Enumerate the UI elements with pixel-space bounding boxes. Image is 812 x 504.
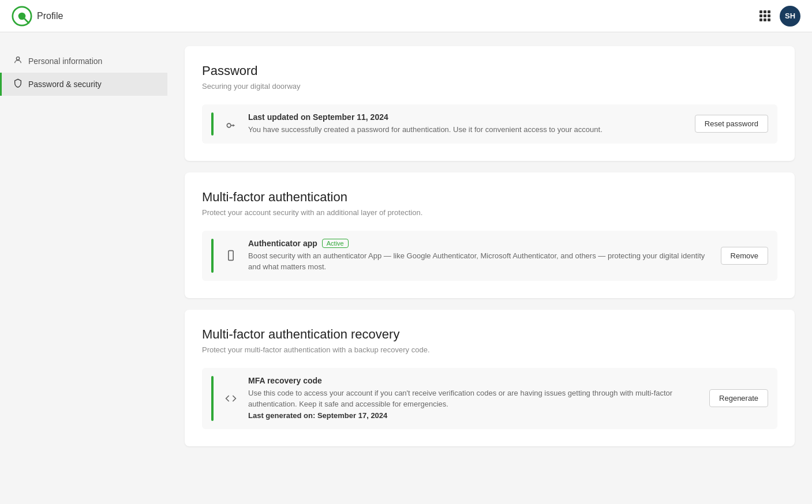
reset-password-button[interactable]: Reset password (695, 115, 768, 133)
password-info-row: Last updated on September 11, 2024 You h… (202, 104, 777, 144)
person-icon (13, 55, 23, 67)
mfa-recovery-card-title: Multi-factor authentication recovery (202, 327, 777, 342)
sidebar: Personal information Password & security (0, 32, 167, 504)
mfa-recovery-last-generated: Last generated on: September 17, 2024 (248, 411, 387, 420)
remove-mfa-button[interactable]: Remove (721, 247, 768, 265)
header-right: SH (759, 6, 800, 27)
password-row-content: Last updated on September 11, 2024 You h… (248, 112, 687, 136)
qlik-logo-icon (12, 6, 32, 27)
sidebar-item-label-personal: Personal information (28, 57, 102, 66)
mfa-recovery-card: Multi-factor authentication recovery Pro… (185, 310, 795, 447)
mfa-recovery-card-subtitle: Protect your multi-factor authentication… (202, 345, 777, 354)
code-icon (222, 389, 240, 408)
mfa-row-accent (211, 239, 214, 273)
regenerate-button[interactable]: Regenerate (709, 389, 768, 407)
mfa-recovery-row-accent (211, 376, 214, 422)
mfa-description: Boost security with an authenticator App… (248, 250, 713, 273)
mfa-recovery-code-title: MFA recovery code (248, 376, 701, 385)
password-last-updated: Last updated on September 11, 2024 (248, 112, 687, 122)
header-left: Profile (12, 6, 63, 27)
sidebar-item-password-security[interactable]: Password & security (0, 73, 167, 96)
mfa-authenticator-title: Authenticator app Active (248, 239, 713, 248)
mfa-info-row: Authenticator app Active Boost security … (202, 231, 777, 281)
layout: Personal information Password & security… (0, 32, 812, 504)
password-card: Password Securing your digital doorway L… (185, 46, 795, 161)
mfa-recovery-description: Use this code to access your account if … (248, 388, 701, 422)
svg-point-4 (227, 123, 231, 127)
mfa-row-content: Authenticator app Active Boost security … (248, 239, 713, 273)
svg-point-3 (16, 57, 19, 60)
password-card-subtitle: Securing your digital doorway (202, 82, 777, 91)
avatar[interactable]: SH (780, 6, 800, 27)
main-content: Password Securing your digital doorway L… (167, 32, 812, 504)
active-badge: Active (322, 239, 349, 248)
mfa-recovery-row-content: MFA recovery code Use this code to acces… (248, 376, 701, 422)
grid-icon[interactable] (759, 10, 770, 21)
header: Profile SH (0, 0, 812, 32)
svg-rect-5 (229, 251, 233, 261)
password-description: You have successfully created a password… (248, 124, 687, 136)
qlik-logo: Profile (12, 6, 63, 27)
shield-icon (13, 78, 23, 90)
key-icon (222, 115, 240, 133)
regenerate-action: Regenerate (709, 389, 768, 407)
sidebar-item-label-security: Password & security (28, 80, 102, 89)
svg-line-2 (25, 18, 29, 22)
mfa-card-title: Multi-factor authentication (202, 190, 777, 205)
sidebar-item-personal-information[interactable]: Personal information (0, 50, 167, 73)
mfa-card: Multi-factor authentication Protect your… (185, 172, 795, 298)
password-row-accent (211, 112, 214, 136)
password-card-title: Password (202, 63, 777, 78)
header-title: Profile (37, 11, 63, 21)
phone-icon (222, 246, 240, 265)
mfa-card-subtitle: Protect your account security with an ad… (202, 208, 777, 217)
reset-password-action: Reset password (695, 115, 768, 133)
mfa-recovery-info-row: MFA recovery code Use this code to acces… (202, 368, 777, 430)
remove-mfa-action: Remove (721, 247, 768, 265)
